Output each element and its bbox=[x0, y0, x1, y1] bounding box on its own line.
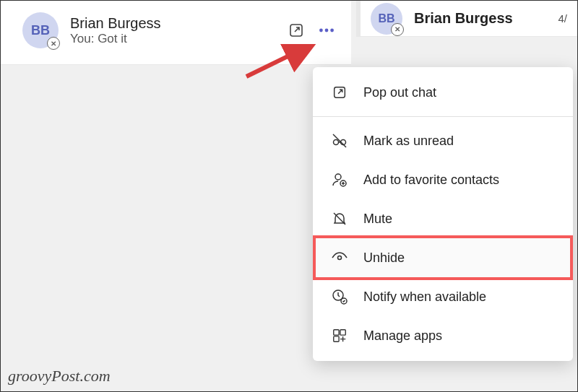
chat-info: Brian Burgess You: Got it bbox=[70, 15, 286, 46]
chat-message-preview: You: Got it bbox=[70, 32, 286, 46]
svg-rect-15 bbox=[334, 336, 339, 341]
watermark: groovyPost.com bbox=[8, 367, 111, 386]
svg-point-6 bbox=[334, 140, 339, 145]
glasses-off-icon bbox=[330, 131, 349, 150]
menu-item-manage-apps[interactable]: Manage apps bbox=[313, 316, 573, 355]
more-options-button[interactable] bbox=[316, 20, 337, 40]
avatar-initials: BB bbox=[378, 12, 394, 25]
svg-point-8 bbox=[335, 174, 341, 180]
chat-list: BB ✕ Brian Burgess You: Got it bbox=[1, 1, 351, 65]
popout-chat-button[interactable] bbox=[286, 20, 306, 40]
menu-item-label: Add to favorite contacts bbox=[363, 173, 499, 188]
chat-context-menu: Pop out chat Mark as unread Add to favor… bbox=[313, 67, 573, 361]
menu-divider bbox=[313, 116, 573, 117]
avatar: BB ✕ bbox=[371, 3, 402, 35]
menu-item-label: Manage apps bbox=[363, 328, 442, 344]
more-horizontal-icon bbox=[317, 21, 336, 40]
popout-icon bbox=[330, 83, 349, 102]
svg-point-10 bbox=[338, 256, 342, 260]
eye-icon bbox=[330, 248, 349, 267]
avatar-initials: BB bbox=[31, 23, 50, 38]
menu-item-label: Mute bbox=[363, 212, 392, 227]
svg-point-3 bbox=[330, 29, 334, 32]
svg-rect-13 bbox=[334, 330, 339, 335]
menu-item-label: Pop out chat bbox=[363, 85, 436, 100]
bell-off-icon bbox=[330, 209, 349, 228]
person-add-icon bbox=[330, 170, 349, 189]
menu-item-mark-unread[interactable]: Mark as unread bbox=[313, 121, 573, 160]
menu-item-add-favorite[interactable]: Add to favorite contacts bbox=[313, 160, 573, 199]
menu-item-label: Notify when available bbox=[363, 289, 486, 305]
chat-list-item[interactable]: BB ✕ Brian Burgess You: Got it bbox=[1, 1, 351, 65]
chat-actions bbox=[286, 20, 337, 40]
menu-item-label: Mark as unread bbox=[363, 134, 454, 149]
avatar: BB ✕ bbox=[22, 12, 59, 48]
conversation-header: BB ✕ Brian Burgess 4/ bbox=[356, 1, 577, 37]
menu-item-unhide[interactable]: Unhide bbox=[313, 235, 573, 280]
chat-contact-name: Brian Burgess bbox=[70, 15, 286, 32]
svg-point-2 bbox=[325, 29, 329, 32]
menu-item-notify-available[interactable]: Notify when available bbox=[313, 277, 573, 316]
presence-offline-icon: ✕ bbox=[391, 23, 404, 36]
conversation-meta: 4/ bbox=[558, 12, 567, 25]
clock-check-icon bbox=[330, 287, 349, 306]
conversation-contact-name: Brian Burgess bbox=[414, 10, 513, 27]
svg-rect-14 bbox=[340, 330, 345, 335]
menu-item-label: Unhide bbox=[363, 251, 405, 266]
menu-item-mute[interactable]: Mute bbox=[313, 199, 573, 238]
popout-icon bbox=[288, 22, 305, 39]
apps-icon bbox=[330, 326, 349, 345]
menu-item-popout[interactable]: Pop out chat bbox=[313, 73, 573, 112]
svg-point-1 bbox=[319, 29, 323, 32]
presence-offline-icon: ✕ bbox=[47, 37, 60, 50]
